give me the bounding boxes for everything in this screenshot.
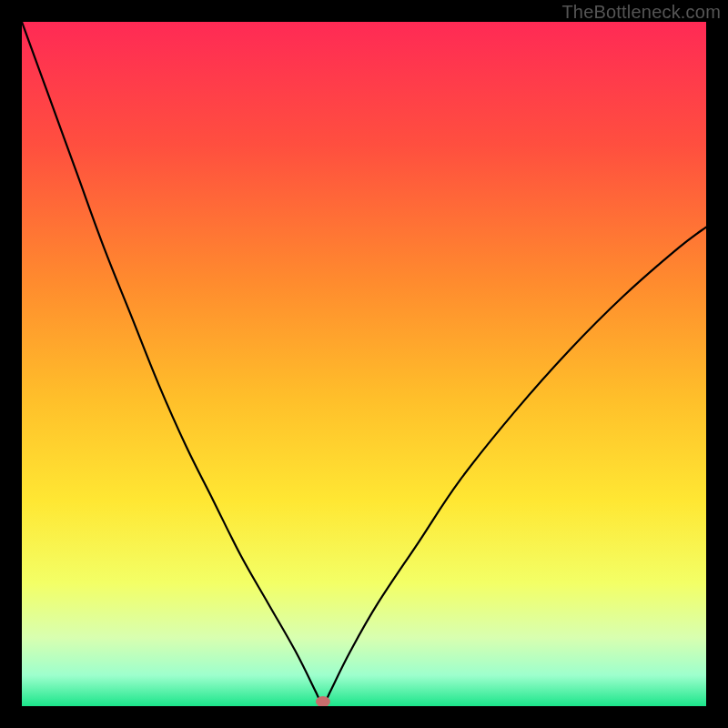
watermark-text: TheBottleneck.com [561, 2, 721, 23]
bottleneck-chart [22, 22, 706, 706]
chart-frame: TheBottleneck.com [0, 0, 728, 728]
plot-area [22, 22, 706, 706]
gradient-background [22, 22, 706, 706]
